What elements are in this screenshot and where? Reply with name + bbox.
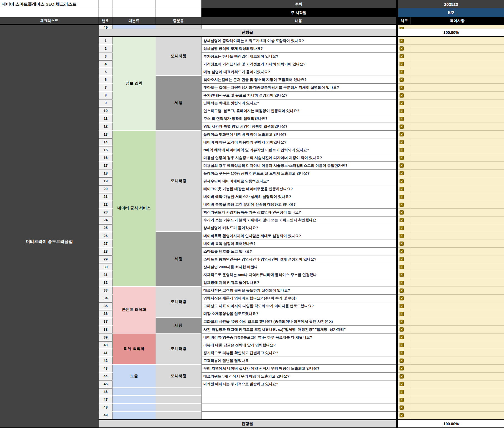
check-cell[interactable]: ✓ — [398, 334, 411, 341]
content-cell[interactable]: 고화질의 사진을 40장 이상 업로드 했나요? (중복되거나 외부에서 썼던 … — [201, 318, 396, 326]
note-cell[interactable] — [411, 318, 504, 326]
note-cell[interactable] — [411, 138, 504, 146]
check-cell[interactable]: ✓ — [398, 25, 411, 29]
checkbox-checked-icon[interactable]: ✓ — [400, 296, 404, 300]
checkbox-checked-icon[interactable]: ✓ — [400, 390, 404, 394]
checkbox-checked-icon[interactable]: ✓ — [400, 257, 404, 261]
checkbox-checked-icon[interactable]: ✓ — [400, 27, 404, 29]
note-cell[interactable] — [411, 263, 504, 271]
check-cell[interactable]: ✓ — [398, 193, 411, 201]
checkbox-checked-icon[interactable]: ✓ — [400, 242, 404, 246]
note-cell[interactable] — [411, 349, 504, 357]
check-cell[interactable]: ✓ — [398, 271, 411, 279]
content-cell[interactable]: 메뉴 설명에 대표키워드가 들어가있나요? — [201, 68, 396, 76]
note-cell[interactable] — [411, 53, 504, 60]
checkbox-checked-icon[interactable]: ✓ — [400, 398, 404, 402]
note-cell[interactable] — [411, 68, 504, 76]
checkbox-checked-icon[interactable]: ✓ — [400, 179, 404, 183]
check-cell[interactable]: ✓ — [398, 162, 411, 170]
checkbox-checked-icon[interactable]: ✓ — [400, 413, 404, 417]
note-cell[interactable] — [411, 92, 504, 99]
content-cell[interactable] — [201, 396, 396, 404]
check-cell[interactable]: ✓ — [398, 349, 411, 357]
week-start-value[interactable]: 6/2 — [398, 8, 504, 17]
note-cell[interactable] — [411, 279, 504, 287]
note-cell[interactable] — [411, 162, 504, 170]
check-cell[interactable]: ✓ — [398, 341, 411, 349]
note-cell[interactable] — [411, 209, 504, 217]
content-cell[interactable]: 상세설명 2000자를 최대한 채웠나 — [201, 263, 396, 271]
checkbox-checked-icon[interactable]: ✓ — [400, 359, 404, 363]
content-cell[interactable]: 대표키워드 5개 검색시 우리 매장이 노출되고 있나요? — [201, 373, 396, 380]
note-cell[interactable] — [411, 334, 504, 341]
content-cell[interactable]: 미용실의 경우 예약상품의 디자이너 이름과 시술정보-스타일리스트의 이름이 … — [201, 162, 396, 170]
note-cell[interactable] — [411, 373, 504, 380]
note-cell[interactable] — [411, 357, 504, 365]
checkbox-checked-icon[interactable]: ✓ — [400, 288, 404, 293]
note-cell[interactable] — [411, 60, 504, 68]
checkbox-checked-icon[interactable]: ✓ — [400, 203, 404, 207]
content-cell[interactable]: 상세설명에 키워드가 들어갔나요? — [201, 224, 396, 232]
checkbox-checked-icon[interactable]: ✓ — [400, 374, 404, 379]
check-cell[interactable]: ✓ — [398, 37, 411, 45]
content-cell[interactable]: 정기적으로 리뷰를 확인하고 답변하고 있나요? — [201, 349, 396, 357]
content-cell[interactable]: 주차안내는 무료 및 유료로 자세히 설명되어 있나요? — [201, 92, 396, 99]
checkbox-checked-icon[interactable]: ✓ — [400, 304, 404, 308]
note-cell[interactable] — [411, 248, 504, 255]
check-cell[interactable]: ✓ — [398, 388, 411, 396]
checkbox-checked-icon[interactable]: ✓ — [400, 312, 404, 316]
note-cell[interactable] — [411, 217, 504, 224]
checkbox-checked-icon[interactable]: ✓ — [400, 78, 404, 82]
empty-cell[interactable] — [113, 0, 156, 8]
check-cell[interactable]: ✓ — [398, 224, 411, 232]
note-cell[interactable] — [411, 131, 504, 138]
content-cell[interactable]: 영업 시간과 특별 영업 시간이 정확히 입력되었나요? — [201, 123, 396, 131]
content-cell[interactable]: 업체명에 지역 키워드 들어갔나요? — [201, 279, 396, 287]
checkbox-checked-icon[interactable]: ✓ — [400, 226, 404, 230]
content-cell[interactable]: 네이버리뷰(영수증리뷰&블로그리뷰)는 하루 목표치를 다 채웠나요? — [201, 334, 396, 341]
checkbox-checked-icon[interactable]: ✓ — [400, 109, 404, 113]
check-cell[interactable]: ✓ — [398, 131, 411, 138]
checkbox-checked-icon[interactable]: ✓ — [400, 405, 404, 410]
check-cell[interactable]: ✓ — [398, 60, 411, 68]
content-cell[interactable]: 가격정보에 가격표사진 및 가격정보가 자세히 입력되어 있나요? — [201, 60, 396, 68]
content-cell[interactable]: 핵심키워드가 사업자등록증 기준 상호명과 연관성이 있나요? — [201, 209, 396, 217]
note-cell[interactable] — [411, 154, 504, 162]
week-value[interactable]: 202523 — [398, 0, 504, 8]
check-cell[interactable]: ✓ — [398, 373, 411, 380]
content-cell[interactable]: 찾아오는 길에는 차량이용시와 대중교통이용시를 구분해서 자세히 설명되어 있… — [201, 84, 396, 91]
note-cell[interactable] — [411, 404, 504, 412]
checkbox-checked-icon[interactable]: ✓ — [400, 62, 404, 66]
check-cell[interactable]: ✓ — [398, 123, 411, 131]
checkbox-checked-icon[interactable]: ✓ — [400, 265, 404, 269]
check-cell[interactable]: ✓ — [398, 240, 411, 248]
content-cell[interactable]: 네이버톡톡 환영메시지와 인사말은 제대로 설정되어 있나요? — [201, 232, 396, 240]
check-cell[interactable]: ✓ — [398, 357, 411, 365]
checkbox-checked-icon[interactable]: ✓ — [400, 148, 404, 152]
content-cell[interactable]: 플레이스 첫화면에 네이버 예약이 노출되고 있나요? — [201, 131, 396, 138]
note-cell[interactable] — [411, 76, 504, 84]
note-cell[interactable] — [411, 185, 504, 193]
checkbox-checked-icon[interactable]: ✓ — [400, 101, 404, 105]
note-cell[interactable] — [411, 365, 504, 372]
note-cell[interactable] — [411, 177, 504, 185]
note-cell[interactable] — [411, 310, 504, 318]
content-cell[interactable] — [201, 25, 396, 29]
checkbox-checked-icon[interactable]: ✓ — [400, 132, 404, 136]
content-cell[interactable]: 결제수단이 네이버페이로 연동하셨나요? — [201, 177, 396, 185]
note-cell[interactable] — [411, 232, 504, 240]
content-cell[interactable]: 리뷰에 대한 답글은 전략에 맞게 입력했나요? — [201, 341, 396, 349]
check-cell[interactable]: ✓ — [398, 209, 411, 217]
check-cell[interactable]: ✓ — [398, 326, 411, 334]
content-cell[interactable]: 네이버 톡톡을 통해 고객 문의에 신속히 대응하고 있나요? — [201, 201, 396, 209]
content-cell[interactable]: 플레이스 쿠폰은 100% 공짜 이벤트로 잘 보이게 노출되고 있나요? — [201, 170, 396, 177]
content-cell[interactable] — [201, 412, 396, 419]
check-cell[interactable]: ✓ — [398, 412, 411, 419]
checkbox-checked-icon[interactable]: ✓ — [400, 335, 404, 339]
check-cell[interactable]: ✓ — [398, 76, 411, 84]
check-cell[interactable]: ✓ — [398, 365, 411, 372]
content-cell[interactable]: 마케팅 메세지는 주기적으로 발송하고 있나요? — [201, 380, 396, 388]
content-cell[interactable]: 고객리뷰에 답변을 달았나요 — [201, 357, 396, 365]
check-cell[interactable]: ✓ — [398, 404, 411, 412]
check-cell[interactable]: ✓ — [398, 232, 411, 240]
